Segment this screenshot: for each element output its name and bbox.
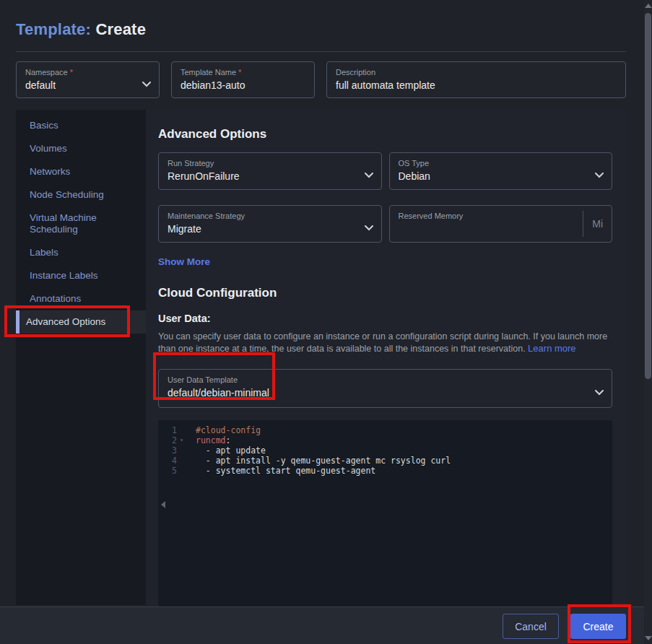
os-type-select[interactable]: OS Type Debian (389, 152, 613, 190)
page-title-suffix: Create (95, 20, 146, 38)
maintenance-strategy-label: Maintenance Strategy (168, 212, 373, 220)
sidebar-item-virtual-machine-scheduling[interactable]: Virtual Machine Scheduling (16, 206, 146, 241)
template-name-input[interactable]: Template Name * debian13-auto (171, 61, 315, 98)
description-input[interactable]: Description full automata template (326, 61, 626, 98)
sidebar-item-label: Volumes (30, 143, 67, 154)
sidebar-item-label: Advanced Options (26, 316, 105, 327)
required-asterisk: * (238, 68, 241, 77)
namespace-select[interactable]: Namespace * default (16, 61, 160, 98)
sidebar-item-networks[interactable]: Networks (16, 160, 146, 183)
run-strategy-select[interactable]: Run Strategy RerunOnFailure (158, 152, 382, 190)
code-token-plain: - apt update (196, 445, 266, 456)
scroll-down-icon[interactable] (645, 636, 652, 640)
fold-gutter (177, 445, 186, 456)
advanced-options-heading: Advanced Options (158, 127, 612, 142)
section-sidebar: BasicsVolumesNetworksNode SchedulingVirt… (16, 110, 146, 605)
code-line: 5 - systemctl start qemu-guest-agent (158, 466, 612, 476)
code-text: runcmd: (196, 435, 230, 445)
chevron-down-icon (142, 77, 151, 90)
sidebar-item-basics[interactable]: Basics (16, 114, 146, 137)
code-token-plain: - systemctl start qemu-guest-agent (196, 466, 375, 476)
sidebar-item-label: Networks (30, 166, 70, 177)
content-area: Advanced Options Run Strategy RerunOnFai… (146, 110, 626, 605)
sidebar-item-label: Annotations (30, 293, 81, 304)
os-type-label: OS Type (399, 159, 604, 167)
code-token-plain: - apt install -y qemu-guest-agent mc rsy… (196, 456, 451, 466)
user-data-description-line1: You can specify user data to configure a… (158, 331, 607, 341)
line-number: 2 (158, 435, 177, 445)
scroll-up-icon[interactable] (645, 4, 652, 8)
sidebar-item-label: Basics (30, 120, 58, 131)
code-line: 2▾runcmd: (158, 435, 612, 445)
reserved-memory-label: Reserved Memory (399, 212, 604, 220)
user-data-heading: User Data: (158, 313, 612, 324)
page-title-prefix: Template: (16, 20, 91, 38)
cancel-button[interactable]: Cancel (503, 614, 559, 639)
reserved-memory-input[interactable]: Reserved Memory Mi (389, 205, 613, 243)
code-line: 4 - apt install -y qemu-guest-agent mc r… (158, 456, 612, 466)
chevron-down-icon (595, 168, 604, 181)
code-token-key: runcmd (196, 435, 226, 445)
description-value: full automata template (336, 79, 617, 91)
show-more-link[interactable]: Show More (158, 256, 210, 267)
user-data-description-line2: than one instance at a time, the user da… (158, 344, 528, 354)
line-number: 5 (158, 466, 177, 476)
required-asterisk: * (70, 68, 73, 77)
maintenance-strategy-value: Migrate (168, 223, 373, 235)
maintenance-strategy-select[interactable]: Maintenance Strategy Migrate (158, 205, 382, 243)
sidebar-item-node-scheduling[interactable]: Node Scheduling (16, 183, 146, 206)
user-data-template-select[interactable]: User Data Template default/debian-minima… (158, 369, 612, 408)
sidebar-item-labels[interactable]: Labels (16, 241, 146, 264)
fold-gutter (177, 456, 186, 466)
scrollbar-thumb[interactable] (645, 13, 651, 379)
code-line: 3 - apt update (158, 445, 612, 456)
main-panel: BasicsVolumesNetworksNode SchedulingVirt… (16, 110, 626, 605)
reserved-memory-unit: Mi (583, 211, 603, 237)
user-data-template-label: User Data Template (168, 375, 603, 384)
run-strategy-value: RerunOnFailure (168, 170, 373, 182)
page-title: Template: Create (16, 20, 146, 39)
vertical-scrollbar[interactable] (644, 0, 652, 644)
chevron-down-icon (595, 386, 604, 399)
code-text: - apt install -y qemu-guest-agent mc rsy… (196, 456, 451, 466)
sidebar-item-annotations[interactable]: Annotations (16, 287, 146, 310)
code-text: #cloud-config (196, 425, 261, 435)
sidebar-item-label: Virtual Machine Scheduling (30, 212, 97, 235)
sidebar-item-label: Node Scheduling (30, 189, 104, 200)
code-text: - apt update (196, 445, 266, 456)
template-name-label: Template Name * (181, 68, 305, 77)
line-number: 3 (158, 445, 177, 456)
fold-gutter (177, 425, 186, 435)
sidebar-item-instance-labels[interactable]: Instance Labels (16, 264, 146, 287)
line-number: 4 (158, 456, 177, 466)
code-token-comment: #cloud-config (196, 425, 261, 435)
sidebar-item-label: Instance Labels (30, 270, 98, 281)
namespace-value: default (25, 79, 150, 91)
run-strategy-label: Run Strategy (168, 159, 373, 167)
header-divider (16, 51, 626, 52)
editor-gutter-marker-icon (161, 501, 165, 508)
create-button[interactable]: Create (570, 614, 626, 639)
template-name-value: debian13-auto (181, 79, 305, 91)
namespace-label: Namespace * (25, 68, 150, 77)
footer-bar: Cancel Create (0, 606, 652, 644)
cloud-config-code-editor[interactable]: 1#cloud-config2▾runcmd:3 - apt update4 -… (158, 420, 612, 617)
sidebar-item-volumes[interactable]: Volumes (16, 137, 146, 160)
template-create-page: Template: Create Namespace * default Tem… (0, 0, 652, 644)
chevron-down-icon (365, 168, 373, 181)
line-number: 1 (158, 425, 177, 435)
fold-caret-icon[interactable]: ▾ (177, 435, 186, 445)
code-text: - systemctl start qemu-guest-agent (196, 466, 375, 476)
description-label: Description (336, 68, 617, 77)
learn-more-link[interactable]: Learn more (528, 343, 575, 354)
chevron-down-icon (365, 221, 373, 234)
fold-gutter (177, 466, 186, 476)
cloud-configuration-heading: Cloud Configuration (158, 286, 612, 300)
code-line: 1#cloud-config (158, 425, 612, 435)
sidebar-item-label: Labels (30, 247, 58, 258)
os-type-value: Debian (399, 170, 604, 182)
user-data-template-value: default/debian-minimal (168, 387, 603, 399)
code-token-plain: : (226, 435, 231, 445)
sidebar-item-advanced-options[interactable]: Advanced Options (16, 310, 146, 334)
user-data-description: You can specify user data to configure a… (158, 331, 612, 354)
